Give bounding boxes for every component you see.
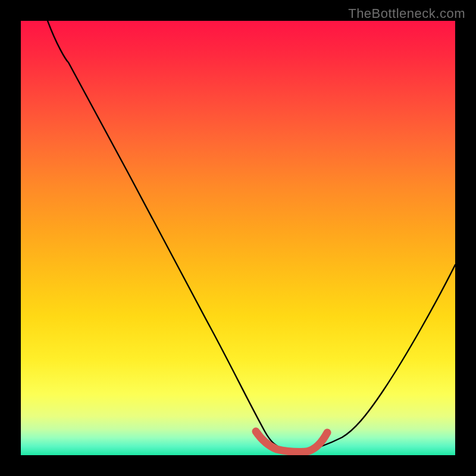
plot-area [21, 21, 455, 455]
watermark-text: TheBottleneck.com [348, 6, 465, 21]
bottleneck-curve [48, 21, 455, 450]
chart-frame: TheBottleneck.com [0, 0, 476, 476]
curve-layer [21, 21, 455, 455]
